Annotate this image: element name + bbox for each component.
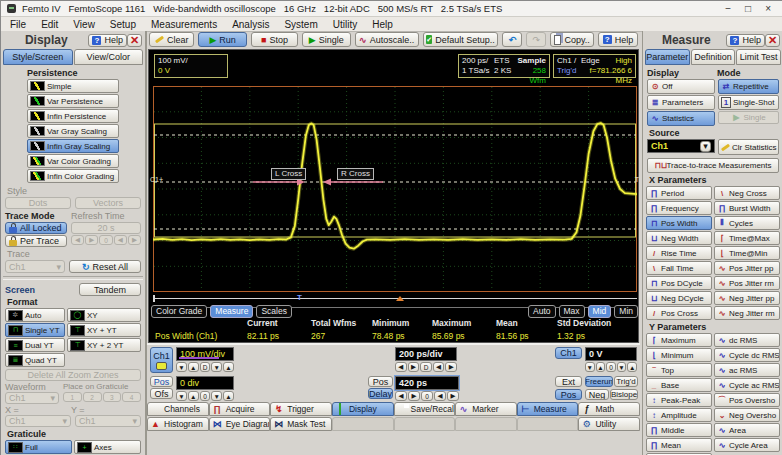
refresh-inc2-icon[interactable]: ▶	[128, 235, 141, 245]
tab-style-screen[interactable]: Style/Screen	[3, 49, 73, 65]
place-1-button[interactable]: 1	[63, 392, 82, 402]
l-cross-label[interactable]: L Cross	[271, 168, 306, 180]
tab-save-recall[interactable]: Save/Recall	[394, 402, 456, 416]
tdiv-fine-right-icon[interactable]: ▶	[445, 362, 457, 372]
clr-statistics-button[interactable]: Clr Statistics	[718, 139, 779, 155]
mode-single-shot-button[interactable]: 1Single-Shot	[718, 95, 779, 110]
tab-acquire[interactable]: ∏Acquire	[209, 402, 271, 416]
vectors-button[interactable]: Vectors	[75, 197, 141, 209]
stop-button[interactable]: ■Stop	[251, 32, 298, 47]
xparam-neg-dcycle[interactable]: ⊔Neg DCycle	[646, 291, 712, 305]
delay-fine-right-icon[interactable]: ▶	[447, 391, 459, 401]
xparam-rise-time[interactable]: /Rise Time	[646, 246, 712, 260]
menu-view[interactable]: View	[73, 19, 95, 30]
tab-histogram[interactable]: ▲Histogram	[147, 417, 209, 431]
yparam-middle[interactable]: ∏Middle	[646, 423, 712, 437]
yparam-mean[interactable]: ∏Mean	[646, 438, 712, 452]
menu-edit[interactable]: Edit	[41, 19, 58, 30]
xparam-pos-jitter-pp[interactable]: ∿Pos Jitter pp	[714, 261, 780, 275]
persistence-var-gray[interactable]: Var Gray Scaling	[27, 124, 119, 138]
trigger-source-button[interactable]: Ch1	[555, 347, 582, 359]
tab-channels[interactable]: Channels	[147, 402, 209, 416]
refresh-dec2-icon[interactable]: ◀	[114, 235, 127, 245]
vdiv-up-icon[interactable]: ▲	[188, 362, 199, 372]
yparam-ac-rms[interactable]: ∿ac RMS	[714, 363, 780, 377]
level-zero-button[interactable]: 0	[606, 362, 616, 372]
chevron-down-icon[interactable]: ▾	[700, 141, 711, 152]
close-button[interactable]: ×	[765, 3, 771, 14]
delay-zero-button[interactable]: 0	[421, 391, 433, 401]
menu-system[interactable]: System	[284, 19, 317, 30]
tab-limit-test[interactable]: Limit Test	[736, 49, 781, 65]
undo-button[interactable]: ↶	[502, 32, 522, 47]
format-xy-yt[interactable]: ⊤XY + YT	[67, 323, 141, 337]
tdiv-right-icon[interactable]: ▶	[408, 362, 420, 372]
view-mid-button[interactable]: Mid	[588, 305, 612, 318]
xparam-burst-width[interactable]: ∏Burst Width	[714, 201, 780, 215]
offset-zero-button[interactable]: 0	[200, 391, 211, 401]
bislope-button[interactable]: Bislope	[610, 389, 638, 400]
level-fine-up-icon[interactable]: ▲	[627, 362, 637, 372]
offset-up-icon[interactable]: ▲	[188, 391, 199, 401]
xparam-time-at-min[interactable]: ⌊Time@Min	[714, 246, 780, 260]
trigger-level-marker[interactable]: T	[635, 176, 639, 183]
menu-utility[interactable]: Utility	[333, 19, 357, 30]
tdiv-default-button[interactable]: D	[420, 362, 432, 372]
xparam-pos-cross[interactable]: /Pos Cross	[646, 306, 712, 320]
delay-left-icon[interactable]: ◀	[395, 391, 407, 401]
level-down-icon[interactable]: ▼	[585, 362, 595, 372]
place-2-button[interactable]: 2	[83, 392, 102, 402]
menu-file[interactable]: File	[10, 19, 26, 30]
menu-setup[interactable]: Setup	[110, 19, 136, 30]
mode-repetitive-button[interactable]: ⇄Repetitive	[718, 79, 779, 94]
reset-all-button[interactable]: ↻Reset All	[69, 260, 141, 273]
menu-help[interactable]: Help	[372, 19, 393, 30]
format-xy[interactable]: ◯XY	[67, 308, 141, 322]
xparam-pos-jitter-rms[interactable]: ∿Pos Jitter rm	[714, 276, 780, 290]
copy-button[interactable]: Copy..	[550, 32, 594, 47]
freerun-button[interactable]: Freerun	[585, 376, 613, 387]
format-dual-yt[interactable]: ≡Dual YT	[5, 338, 65, 352]
yparam-minimum[interactable]: ⌊Minimum	[646, 348, 712, 362]
yparam-cycle-area[interactable]: ∿Cycle Area	[714, 438, 780, 452]
measure-close-button[interactable]: ✕	[765, 34, 780, 47]
tab-measure[interactable]: Measure	[210, 305, 253, 318]
tab-mask-test[interactable]: ⋈Mask Test	[270, 417, 332, 431]
format-xy-2yt[interactable]: ⊤XY + 2 YT	[67, 338, 141, 352]
tab-trigger[interactable]: ↯Trigger	[270, 402, 332, 416]
persistence-var-color[interactable]: Var Color Grading	[27, 154, 119, 168]
format-auto[interactable]: ✲Auto	[5, 308, 65, 322]
trigger-time-marker[interactable]: T	[297, 293, 302, 302]
clear-button[interactable]: Clear	[149, 32, 194, 47]
yparam-base[interactable]: _Base	[646, 378, 712, 392]
hpos-mode-button[interactable]: Pos	[368, 376, 393, 387]
tab-marker[interactable]: ∿Marker	[455, 402, 517, 416]
all-locked-button[interactable]: All Locked	[5, 222, 67, 234]
channel-marker[interactable]: C1+	[150, 176, 163, 183]
ext-trigger-button[interactable]: Ext	[555, 376, 582, 387]
tab-measure-bottom[interactable]: ⊢Measure	[517, 402, 579, 416]
trace-select[interactable]: Ch1▾	[5, 260, 65, 273]
vdiv-down-icon[interactable]: ▼	[176, 362, 187, 372]
level-up-icon[interactable]: ▲	[596, 362, 606, 372]
yparam-top[interactable]: ‾Top	[646, 363, 712, 377]
tab-definition[interactable]: Definition	[691, 49, 736, 65]
display-statistics-button[interactable]: ∿Statistics	[647, 111, 715, 126]
slope-neg-button[interactable]: Neg	[585, 389, 609, 400]
yparam-cycle-dc-rms[interactable]: ∿Cycle dc RMS	[714, 348, 780, 362]
tab-display[interactable]: Display	[332, 402, 394, 416]
single-acquire-button[interactable]: ▶Single	[718, 111, 779, 124]
tab-utility[interactable]: ⚙Utility	[578, 417, 640, 431]
yparam-neg-overshoot[interactable]: ⌄Neg Oversho	[714, 408, 780, 422]
waveform-plot[interactable]: L Cross R Cross C1+ T	[153, 86, 637, 292]
yparam-pos-overshoot[interactable]: ⌒Pos Oversho	[714, 393, 780, 407]
x-source-select[interactable]: Ch1▾	[5, 415, 71, 427]
delay-mode-button[interactable]: Delay	[368, 388, 393, 399]
pos-mode-button[interactable]: Pos	[150, 376, 173, 387]
redo-button[interactable]: ↷	[526, 32, 546, 47]
vdiv-default-button[interactable]: D	[200, 362, 211, 372]
channel1-enable-button[interactable]: Ch1	[150, 347, 173, 373]
measure-help-button[interactable]: ?Help	[726, 34, 765, 47]
ofs-mode-button[interactable]: Ofs	[150, 388, 173, 399]
y-source-select[interactable]: Ch1▾	[75, 415, 141, 427]
